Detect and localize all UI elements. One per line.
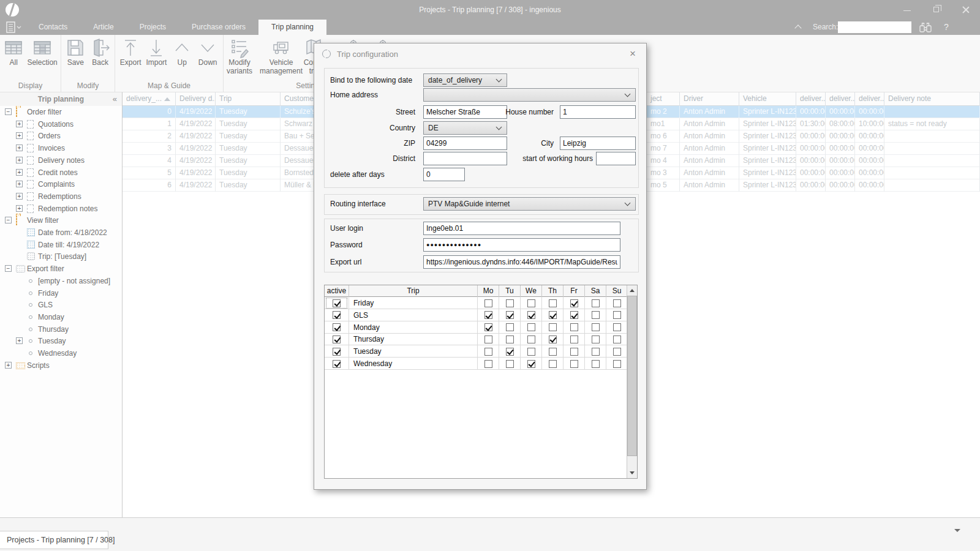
day-checkbox[interactable]	[549, 335, 557, 343]
trips-table-row[interactable]: GLS	[325, 309, 628, 321]
active-cell[interactable]	[325, 321, 349, 334]
active-cell[interactable]	[325, 297, 349, 309]
zip-input[interactable]	[423, 137, 507, 150]
trips-table-row[interactable]: Wednesday	[325, 358, 628, 370]
trips-column-header-th[interactable]: Th	[542, 285, 564, 297]
day-checkbox[interactable]	[592, 348, 600, 356]
day-checkbox[interactable]	[506, 323, 514, 331]
trips-column-header-mo[interactable]: Mo	[478, 285, 499, 297]
dialog-close-button[interactable]: ×	[627, 48, 639, 60]
day-cell[interactable]	[478, 309, 499, 321]
scroll-up-icon[interactable]	[627, 285, 637, 296]
grid-column-header[interactable]: deliver...	[826, 92, 855, 106]
tree-item[interactable]: +Redemptions	[0, 190, 122, 203]
trips-column-header-sa[interactable]: Sa	[585, 285, 606, 297]
tree-item[interactable]: +Tuesday	[0, 335, 122, 347]
trips-column-header-we[interactable]: We	[521, 285, 542, 297]
active-cell[interactable]	[325, 309, 349, 321]
day-cell[interactable]	[499, 333, 521, 345]
day-checkbox[interactable]	[613, 323, 621, 331]
tree-item[interactable]: Friday	[0, 287, 122, 299]
day-cell[interactable]	[606, 358, 628, 370]
expand-node-icon[interactable]: +	[16, 121, 23, 127]
day-cell[interactable]	[478, 358, 499, 370]
expand-node-icon[interactable]: +	[16, 193, 23, 200]
day-cell[interactable]	[585, 358, 606, 370]
tree-item[interactable]: +Scripts	[0, 359, 122, 372]
day-cell[interactable]	[606, 321, 628, 334]
trips-column-header-su[interactable]: Su	[606, 285, 628, 297]
day-checkbox[interactable]	[506, 311, 514, 319]
day-cell[interactable]	[521, 333, 542, 345]
day-cell[interactable]	[564, 358, 585, 370]
day-checkbox[interactable]	[506, 299, 514, 307]
day-checkbox[interactable]	[484, 348, 492, 356]
day-cell[interactable]	[585, 345, 606, 358]
selection-button[interactable]: Selection	[27, 36, 57, 67]
collapse-node-icon[interactable]: −	[5, 217, 12, 223]
tree-item[interactable]: +Redemption notes	[0, 203, 122, 215]
vertical-scrollbar[interactable]	[627, 285, 637, 478]
trips-column-header-active[interactable]: active	[325, 285, 349, 297]
expand-node-icon[interactable]: +	[16, 205, 23, 212]
day-checkbox[interactable]	[570, 299, 578, 307]
city-input[interactable]	[560, 137, 636, 150]
tab-projects[interactable]: Projects	[127, 20, 179, 35]
day-checkbox[interactable]	[506, 348, 514, 356]
house-number-input[interactable]	[560, 105, 636, 119]
user-login-input[interactable]	[423, 222, 620, 235]
restore-button[interactable]	[926, 0, 947, 20]
day-cell[interactable]	[564, 321, 585, 334]
day-cell[interactable]	[564, 345, 585, 358]
day-checkbox[interactable]	[527, 335, 535, 343]
trips-column-header-fr[interactable]: Fr	[564, 285, 585, 297]
day-cell[interactable]	[564, 297, 585, 309]
active-checkbox[interactable]	[333, 360, 341, 368]
day-cell[interactable]	[478, 345, 499, 358]
tab-article[interactable]: Article	[80, 20, 126, 35]
day-checkbox[interactable]	[613, 311, 621, 319]
trips-table-row[interactable]: Thursday	[325, 333, 628, 345]
scrollbar-thumb[interactable]	[627, 296, 637, 456]
grid-column-header[interactable]: Driver	[680, 92, 739, 106]
tree-item[interactable]: Wednesday	[0, 347, 122, 359]
routing-interface-combo[interactable]: PTV Map&Guide internet	[423, 197, 636, 211]
trips-column-header-trip[interactable]: Trip	[349, 285, 478, 297]
day-cell[interactable]	[606, 333, 628, 345]
bind-date-combo[interactable]: date_of_delivery	[423, 73, 507, 87]
day-cell[interactable]	[564, 309, 585, 321]
day-cell[interactable]	[521, 345, 542, 358]
day-checkbox[interactable]	[613, 360, 621, 368]
day-cell[interactable]	[521, 309, 542, 321]
delete-after-days-input[interactable]	[423, 168, 465, 181]
day-checkbox[interactable]	[570, 335, 578, 343]
day-cell[interactable]	[564, 333, 585, 345]
day-checkbox[interactable]	[484, 335, 492, 343]
import-button[interactable]: Import	[146, 36, 167, 67]
day-cell[interactable]	[521, 321, 542, 334]
day-checkbox[interactable]	[613, 348, 621, 356]
day-checkbox[interactable]	[527, 299, 535, 307]
home-address-combo[interactable]	[423, 88, 636, 102]
day-cell[interactable]	[585, 333, 606, 345]
day-checkbox[interactable]	[570, 323, 578, 331]
status-tab[interactable]: Projects - Trip planning [7 / 308]	[0, 531, 108, 549]
modify-variants-button[interactable]: Modifyvariants	[225, 36, 254, 75]
tree-item[interactable]: [empty - not assigned]	[0, 275, 122, 287]
day-checkbox[interactable]	[484, 323, 492, 331]
day-checkbox[interactable]	[484, 360, 492, 368]
day-cell[interactable]	[542, 358, 564, 370]
day-checkbox[interactable]	[527, 311, 535, 319]
day-cell[interactable]	[499, 358, 521, 370]
day-cell[interactable]	[542, 333, 564, 345]
expand-node-icon[interactable]: +	[16, 169, 23, 176]
expand-node-icon[interactable]: +	[16, 157, 23, 163]
tree-item[interactable]: Monday	[0, 311, 122, 323]
day-checkbox[interactable]	[506, 335, 514, 343]
day-checkbox[interactable]	[570, 360, 578, 368]
day-checkbox[interactable]	[592, 323, 600, 331]
active-checkbox[interactable]	[333, 335, 341, 343]
tree-item[interactable]: Date till: 4/19/2022	[0, 239, 122, 251]
tree-item[interactable]: −Order filter	[0, 106, 122, 118]
day-cell[interactable]	[499, 297, 521, 309]
